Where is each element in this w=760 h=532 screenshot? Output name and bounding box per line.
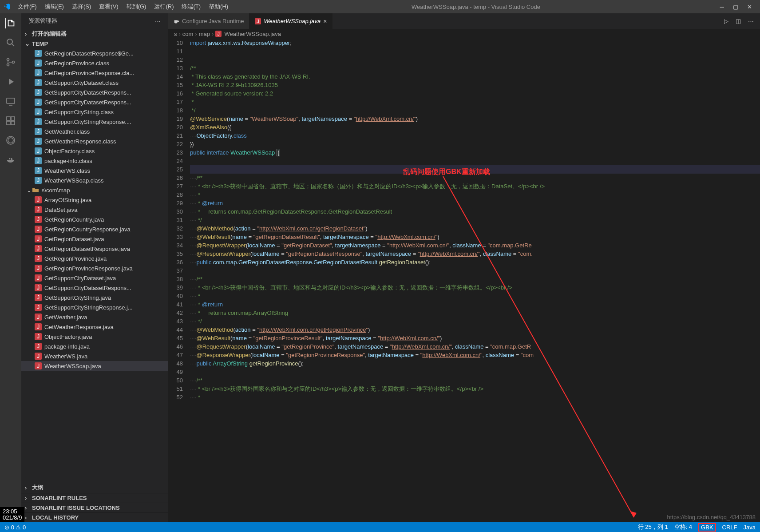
menu-查看(V)[interactable]: 查看(V)	[95, 1, 122, 12]
breadcrumb[interactable]: s›com›map›JWeatherWSSoap.java	[168, 29, 760, 39]
file-GetRegionCountryResponse.java[interactable]: JGetRegionCountryResponse.java	[21, 224, 168, 234]
breadcrumb-seg[interactable]: com	[182, 31, 194, 37]
file-GetSupportCityDatasetRespons...[interactable]: JGetSupportCityDatasetRespons...	[21, 283, 168, 293]
svg-rect-4	[7, 98, 15, 103]
svg-text:J: J	[37, 89, 40, 95]
minimize-icon[interactable]: ─	[720, 4, 724, 10]
file-GetSupportCityString.java[interactable]: JGetSupportCityString.java	[21, 293, 168, 302]
file-GetSupportCityDataset.java[interactable]: JGetSupportCityDataset.java	[21, 273, 168, 283]
activity-bar	[0, 13, 21, 522]
file-GetSupportCityDatasetRespons...[interactable]: JGetSupportCityDatasetRespons...	[21, 97, 168, 107]
svg-rect-7	[11, 121, 15, 125]
file-GetWeatherResponse.class[interactable]: JGetWeatherResponse.class	[21, 136, 168, 146]
open-editors-section[interactable]: ›打开的编辑器	[21, 28, 168, 39]
file-GetRegionDataset.java[interactable]: JGetRegionDataset.java	[21, 234, 168, 244]
workspace-section[interactable]: ⌄TEMP	[21, 39, 168, 48]
remote-icon[interactable]	[5, 96, 16, 107]
close-icon[interactable]: ✕	[747, 4, 752, 10]
menu-运行(R)[interactable]: 运行(R)	[150, 1, 177, 12]
svg-text:J: J	[37, 60, 40, 66]
svg-text:J: J	[37, 99, 40, 105]
file-GetWeatherResponse.java[interactable]: JGetWeatherResponse.java	[21, 322, 168, 332]
breadcrumb-seg[interactable]: s	[174, 31, 177, 37]
file-GetSupportCityStringResponse.j...[interactable]: JGetSupportCityStringResponse.j...	[21, 302, 168, 312]
file-ObjectFactory.java[interactable]: JObjectFactory.java	[21, 332, 168, 341]
svg-text:J: J	[37, 255, 40, 262]
menu-编辑(E)[interactable]: 编辑(E)	[41, 1, 67, 12]
file-GetSupportCityStringResponse....[interactable]: JGetSupportCityStringResponse....	[21, 117, 168, 127]
svg-text:J: J	[37, 206, 40, 213]
explorer-icon[interactable]	[5, 18, 16, 28]
file-package-info.java[interactable]: Jpackage-info.java	[21, 341, 168, 351]
debug-icon[interactable]	[5, 76, 16, 87]
file-package-info.class[interactable]: Jpackage-info.class	[21, 156, 168, 166]
split-icon[interactable]: ◫	[736, 18, 741, 24]
gitlens-icon[interactable]	[5, 135, 16, 146]
window-title: WeatherWSSoap.java - temp - Visual Studi…	[232, 4, 720, 10]
close-tab-icon[interactable]: ×	[323, 18, 327, 25]
svg-point-0	[7, 39, 12, 44]
svg-rect-6	[7, 121, 10, 125]
file-GetWeather.class[interactable]: JGetWeather.class	[21, 127, 168, 136]
editor-tabs: Configure Java Runtime J WeatherWSSoap.j…	[168, 13, 760, 29]
docker-icon[interactable]	[5, 155, 16, 165]
status-eol[interactable]: CRLF	[722, 524, 737, 531]
run-icon[interactable]: ▷	[724, 18, 728, 24]
svg-text:J: J	[37, 147, 40, 154]
svg-text:J: J	[37, 362, 40, 369]
menu-文件(F)[interactable]: 文件(F)	[14, 1, 40, 12]
extensions-icon[interactable]	[5, 115, 16, 126]
file-GetRegionProvince.java[interactable]: JGetRegionProvince.java	[21, 254, 168, 263]
svg-text:J: J	[37, 216, 40, 222]
vscode-icon	[4, 3, 11, 10]
search-icon[interactable]	[5, 37, 16, 48]
status-problems[interactable]: ⊘ 0 ⚠ 0	[4, 524, 26, 531]
more-tab-icon[interactable]: ⋯	[748, 18, 754, 24]
status-line-col[interactable]: 行 25，列 1	[638, 523, 668, 531]
timestamp: 23:05021/8/9	[0, 507, 24, 522]
svg-text:J: J	[37, 284, 40, 291]
file-ArrayOfString.java[interactable]: JArrayOfString.java	[21, 195, 168, 205]
file-GetRegionCountry.java[interactable]: JGetRegionCountry.java	[21, 214, 168, 224]
menu-帮助(H)[interactable]: 帮助(H)	[205, 1, 232, 12]
source-control-icon[interactable]	[5, 57, 16, 67]
svg-text:J: J	[37, 245, 40, 252]
menu-终端(T)[interactable]: 终端(T)	[178, 1, 204, 12]
status-encoding[interactable]: GBK	[698, 523, 716, 532]
file-GetRegionProvinceResponse.java[interactable]: JGetRegionProvinceResponse.java	[21, 263, 168, 273]
breadcrumb-seg[interactable]: WeatherWSSoap.java	[224, 31, 281, 37]
maximize-icon[interactable]: ▢	[733, 4, 738, 10]
file-GetRegionProvinceResponse.cla...[interactable]: JGetRegionProvinceResponse.cla...	[21, 68, 168, 78]
breadcrumb-seg[interactable]: map	[199, 31, 210, 37]
menu-选择(S)[interactable]: 选择(S)	[68, 1, 95, 12]
folder-s-com-map[interactable]: ⌄ s\com\map	[21, 185, 168, 195]
file-GetSupportCityString.class[interactable]: JGetSupportCityString.class	[21, 107, 168, 117]
svg-text:J: J	[37, 167, 40, 174]
file-GetWeather.java[interactable]: JGetWeather.java	[21, 312, 168, 322]
svg-text:J: J	[37, 69, 40, 76]
file-GetSupportCityDataset.class[interactable]: JGetSupportCityDataset.class	[21, 78, 168, 87]
status-lang[interactable]: Java	[744, 524, 756, 531]
menu-转到(G)[interactable]: 转到(G)	[123, 1, 150, 12]
file-WeatherWSSoap.java[interactable]: JWeatherWSSoap.java	[21, 361, 168, 371]
sonarlint-rules-section[interactable]: ›SONARLINT RULES	[21, 493, 168, 503]
file-WeatherWSSoap.class[interactable]: JWeatherWSSoap.class	[21, 175, 168, 185]
code-editor[interactable]: 1011121314151617181920212223242526272829…	[168, 39, 760, 522]
file-WeatherWS.class[interactable]: JWeatherWS.class	[21, 166, 168, 175]
tab-weatherwssoap[interactable]: J WeatherWSSoap.java ×	[249, 13, 332, 29]
svg-text:J: J	[37, 50, 40, 56]
file-GetSupportCityDatasetRespons...[interactable]: JGetSupportCityDatasetRespons...	[21, 87, 168, 97]
outline-section[interactable]: ›大纲	[21, 482, 168, 493]
sonarlint-issues-section[interactable]: ›SONARLINT ISSUE LOCATIONS	[21, 503, 168, 512]
status-spaces[interactable]: 空格: 4	[674, 523, 692, 531]
local-history-section[interactable]: ›LOCAL HISTORY	[21, 512, 168, 522]
file-GetRegionDatasetResponse.java[interactable]: JGetRegionDatasetResponse.java	[21, 244, 168, 254]
tab-configure-java[interactable]: Configure Java Runtime	[168, 13, 249, 29]
coffee-icon	[173, 18, 179, 24]
file-GetRegionDatasetResponse$Ge...[interactable]: JGetRegionDatasetResponse$Ge...	[21, 48, 168, 58]
file-WeatherWS.java[interactable]: JWeatherWS.java	[21, 351, 168, 361]
file-DataSet.java[interactable]: JDataSet.java	[21, 205, 168, 214]
file-GetRegionProvince.class[interactable]: JGetRegionProvince.class	[21, 58, 168, 68]
more-icon[interactable]: ⋯	[155, 18, 161, 24]
file-ObjectFactory.class[interactable]: JObjectFactory.class	[21, 146, 168, 156]
